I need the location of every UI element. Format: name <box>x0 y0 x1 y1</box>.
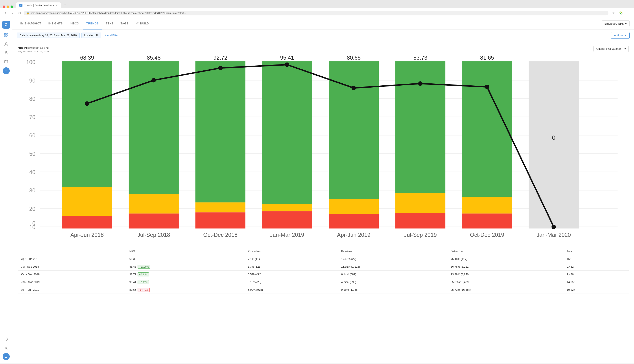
svg-text:0: 0 <box>32 220 36 226</box>
close-button[interactable] <box>3 6 5 8</box>
add-filter-button[interactable]: + Add Filter <box>103 33 120 38</box>
svg-rect-53 <box>395 213 445 229</box>
cell-detractors: 93.29% (8,840) <box>447 271 563 278</box>
data-table-section: NPS Promoters Passives Detractors Total … <box>12 248 634 294</box>
tab-favicon: Z <box>19 4 22 7</box>
period-chevron-icon: ▾ <box>624 47 626 50</box>
svg-text:92.72: 92.72 <box>214 56 228 61</box>
maximize-button[interactable] <box>10 6 13 8</box>
survey-selector[interactable]: Employee NPS ▾ <box>602 20 630 27</box>
date-filter-tag[interactable]: Date is between May 18, 2018 and Mar 21,… <box>17 32 80 38</box>
svg-rect-3 <box>6 36 8 37</box>
survey-name: Employee NPS <box>604 22 624 25</box>
svg-rect-46 <box>262 204 312 211</box>
svg-point-5 <box>6 52 7 53</box>
url-text: web.zonkasurvey.com/surveys/5e0f3a67421e… <box>31 12 186 14</box>
svg-point-7 <box>6 348 6 349</box>
nav-build[interactable]: BUILD <box>132 18 152 30</box>
inbox-label: INBOX <box>70 22 79 25</box>
nps-change-badge: -14.76% <box>138 288 150 292</box>
svg-rect-6 <box>4 60 8 63</box>
browser-chrome: Z Trends | Zonka Feedback × + <box>0 0 634 8</box>
add-filter-label: + Add Filter <box>105 34 118 37</box>
nav-trends[interactable]: TRENDS <box>83 18 102 30</box>
svg-rect-38 <box>129 194 179 214</box>
reload-button[interactable]: ↻ <box>17 10 22 16</box>
svg-rect-42 <box>196 202 246 212</box>
svg-rect-54 <box>395 193 445 213</box>
col-total: Total <box>563 248 629 255</box>
minimize-button[interactable] <box>6 6 9 8</box>
svg-text:Apr-Jun 2018: Apr-Jun 2018 <box>70 232 104 238</box>
tab-bar: Z Trends | Zonka Feedback × + <box>3 2 631 8</box>
svg-text:81.65: 81.65 <box>480 56 494 61</box>
svg-text:80: 80 <box>29 96 36 102</box>
chart-title: Net Promoter Score <box>18 46 49 50</box>
table-row: Jul - Sep 201885.48+17.09%1.3% (123)11.9… <box>18 263 629 271</box>
nav-text[interactable]: TEXT <box>102 18 117 30</box>
build-icon <box>136 22 139 25</box>
svg-point-66 <box>285 62 289 67</box>
sidebar-item-dashboard[interactable] <box>2 31 10 39</box>
nav-snapshot[interactable]: SNAPSHOT <box>17 18 45 30</box>
content-area: Net Promoter Score May 18, 2018 - Mar 21… <box>12 41 634 363</box>
table-row: Jan - Mar 201995.41+2.69%0.18% (26)4.22%… <box>18 278 629 286</box>
extensions-icon[interactable]: 🧩 <box>618 10 624 16</box>
svg-text:50: 50 <box>29 151 36 157</box>
svg-rect-10 <box>22 23 23 24</box>
browser-nav: ‹ › ↻ 🔒 web.zonkasurvey.com/surveys/5e0f… <box>0 8 634 18</box>
cell-period: Apr - Jun 2018 <box>18 255 126 263</box>
back-button[interactable]: ‹ <box>3 10 8 16</box>
location-filter-tag[interactable]: Location: All <box>82 32 102 38</box>
table-header-row: NPS Promoters Passives Detractors Total <box>18 248 629 255</box>
settings-icon[interactable] <box>2 344 10 352</box>
notifications-icon[interactable] <box>2 336 10 343</box>
actions-button[interactable]: Actions ▾ <box>611 32 630 38</box>
active-tab[interactable]: Z Trends | Zonka Feedback × <box>16 2 61 8</box>
table-row: Oct - Dec 201892.72+7.24%0.57% (54)6.14%… <box>18 271 629 278</box>
col-nps: NPS <box>126 248 244 255</box>
menu-icon[interactable]: ⋮ <box>625 10 631 16</box>
trends-label: TRENDS <box>86 22 98 25</box>
sidebar-item-calendar[interactable] <box>2 58 10 66</box>
cell-passives: 6.14% (582) <box>338 271 447 278</box>
svg-text:85.48: 85.48 <box>147 56 161 61</box>
forward-button[interactable]: › <box>10 10 15 16</box>
svg-point-69 <box>485 85 489 89</box>
svg-rect-9 <box>21 22 22 24</box>
svg-point-67 <box>352 86 356 90</box>
col-detractors: Detractors <box>447 248 563 255</box>
svg-text:Jul-Sep 2018: Jul-Sep 2018 <box>137 232 170 238</box>
svg-point-65 <box>218 66 222 70</box>
svg-text:68.39: 68.39 <box>80 56 94 61</box>
tab-close-button[interactable]: × <box>56 4 58 7</box>
cell-passives: 11.92% (1,128) <box>338 263 447 271</box>
bookmark-icon[interactable]: ☆ <box>610 10 616 16</box>
user-avatar[interactable]: Z <box>3 353 10 360</box>
sidebar-item-contacts[interactable] <box>2 40 10 48</box>
svg-rect-33 <box>62 216 112 228</box>
chevron-down-icon: ▾ <box>625 22 627 25</box>
app-logo[interactable]: Z <box>2 21 10 28</box>
filter-bar: Date is between May 18, 2018 and Mar 21,… <box>12 30 634 41</box>
svg-rect-34 <box>62 187 112 216</box>
url-bar[interactable]: 🔒 web.zonkasurvey.com/surveys/5e0f3a6742… <box>24 11 608 16</box>
svg-text:70: 70 <box>29 114 36 120</box>
svg-rect-2 <box>4 36 6 37</box>
nav-insights[interactable]: INSIGHTS <box>45 18 66 30</box>
new-tab-button[interactable]: + <box>62 2 68 8</box>
nav-tags[interactable]: TAGS <box>117 18 132 30</box>
svg-text:Oct-Dec 2018: Oct-Dec 2018 <box>203 232 238 238</box>
add-button[interactable]: + <box>3 67 10 74</box>
table-row: Apr - Jun 201868.397.1% (11)17.42% (27)7… <box>18 255 629 263</box>
svg-rect-55 <box>395 62 445 193</box>
svg-point-63 <box>85 101 89 106</box>
svg-rect-61 <box>529 62 579 229</box>
period-selector[interactable]: Quarter over Quarter ▾ <box>594 46 629 52</box>
svg-text:80.65: 80.65 <box>347 56 360 61</box>
svg-rect-47 <box>262 62 312 204</box>
cell-promoters: 1.3% (123) <box>244 263 338 271</box>
sidebar-item-person[interactable] <box>2 49 10 57</box>
nav-inbox[interactable]: INBOX <box>66 18 83 30</box>
svg-rect-43 <box>196 62 246 202</box>
